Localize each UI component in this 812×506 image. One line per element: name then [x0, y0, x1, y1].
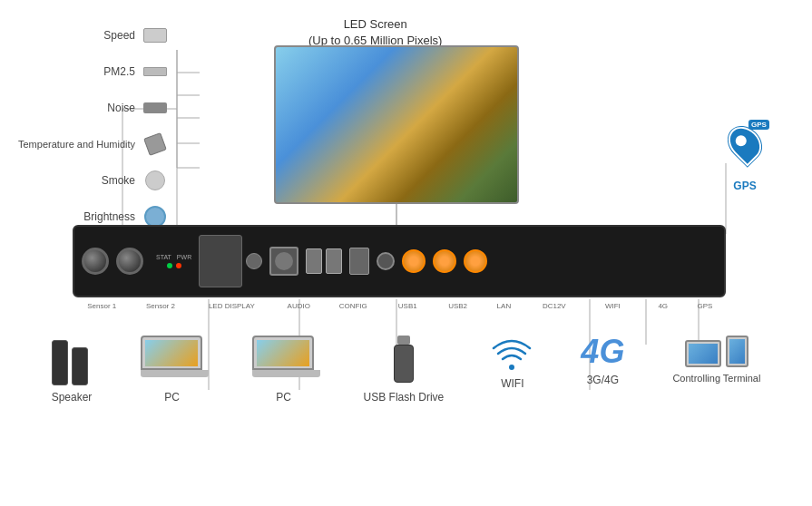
- pc1-label: PC: [164, 391, 180, 404]
- pc1-item: PC: [141, 336, 204, 404]
- main-device: STATPWR: [73, 225, 726, 297]
- smoke-label: Smoke: [102, 174, 135, 187]
- lan-port: [349, 248, 369, 275]
- gps-indicator: GPS GPS: [732, 127, 758, 192]
- sensor-pm25: PM2.5: [18, 63, 168, 80]
- port-label-usb1: USB1: [383, 302, 433, 310]
- led-screen-label: LED Screen (Up to 0.65 Million Pixels): [308, 16, 442, 49]
- pm25-icon: [142, 63, 168, 80]
- status-light-pwr: [176, 263, 181, 268]
- port-label-4g: 4G: [642, 302, 684, 310]
- terminal-icon: [685, 336, 748, 367]
- sensor-section: Speed PM2.5 Noise Temperature and Humidi…: [18, 27, 168, 225]
- speaker-item: Speaker: [52, 336, 93, 404]
- wifi-port: [402, 249, 426, 273]
- port-label-sensor1: Sensor 1: [73, 302, 132, 310]
- speed-label: Speed: [103, 29, 135, 42]
- port-label-lan: LAN: [483, 302, 524, 310]
- wifi-item: WIFI: [492, 336, 533, 390]
- main-diagram: LED Screen (Up to 0.65 Million Pixels) S…: [0, 0, 812, 506]
- knob-right: [116, 248, 143, 275]
- laptop1-base: [141, 370, 209, 377]
- temp-label: Temperature and Humidity: [18, 139, 135, 150]
- terminal-label: Controlling Terminal: [672, 373, 760, 384]
- pc2-label: PC: [276, 391, 291, 404]
- dc12v-port: [377, 252, 395, 270]
- usb2-port: [326, 248, 342, 274]
- usb-body: [394, 345, 414, 383]
- smoke-icon: [142, 172, 168, 189]
- usb-label: USB Flash Drive: [364, 391, 445, 404]
- speaker-right: [72, 347, 88, 385]
- speaker-left: [52, 340, 68, 385]
- svg-point-18: [509, 365, 514, 370]
- brightness-label: Brightness: [83, 210, 135, 223]
- led-display-port: [199, 235, 242, 287]
- 4g-item: 4G 3G/4G: [581, 336, 624, 386]
- sensor-speed: Speed: [18, 27, 168, 44]
- usb-drive-icon: [386, 336, 422, 385]
- noise-icon: [142, 100, 168, 116]
- port-label-wifi: WIFI: [583, 302, 642, 310]
- gps-badge: GPS: [748, 120, 769, 130]
- wifi-label: WIFI: [501, 377, 523, 390]
- port-label-audio: AUDIO: [274, 302, 324, 310]
- laptop2-base: [252, 370, 320, 377]
- audio-port: [246, 253, 262, 269]
- sensor-brightness: Brightness: [18, 209, 168, 225]
- port-labels: Sensor 1 Sensor 2 LED DISPLAY AUDIO CONF…: [73, 302, 726, 310]
- port-label-usb2: USB2: [433, 302, 483, 310]
- sensor-temp: Temperature and Humidity: [18, 136, 168, 152]
- speaker-label: Speaker: [52, 391, 93, 404]
- bottom-row: Speaker PC PC USB Flash Drive: [0, 336, 812, 404]
- port-label-led: LED DISPLAY: [190, 302, 273, 310]
- 4g-port: [433, 249, 456, 273]
- port-label-gps: GPS: [684, 302, 726, 310]
- gps-port: [464, 249, 487, 273]
- pc1-icon: [141, 336, 204, 385]
- sensor-noise: Noise: [18, 100, 168, 116]
- laptop1-lid: [141, 336, 202, 370]
- tablet-icon: [726, 336, 748, 367]
- speaker-icon: [52, 336, 93, 385]
- terminal-item: Controlling Terminal: [672, 336, 760, 384]
- pc2-icon: [252, 336, 316, 385]
- usb1-port: [306, 248, 322, 274]
- 4g-label: 3G/4G: [587, 374, 619, 386]
- 4g-icon: 4G: [581, 336, 624, 368]
- config-port: [269, 247, 298, 276]
- temp-icon: [142, 136, 168, 152]
- sensor-smoke: Smoke: [18, 172, 168, 189]
- speed-icon: [142, 27, 168, 44]
- noise-label: Noise: [107, 102, 135, 114]
- led-screen: [274, 45, 519, 204]
- usb-connector: [397, 336, 410, 345]
- pc2-item: PC: [252, 336, 316, 404]
- monitor-icon: [685, 340, 721, 367]
- wifi-icon: [492, 336, 533, 372]
- brightness-icon: [142, 209, 168, 225]
- gps-label: GPS: [732, 180, 758, 192]
- status-light-stat: [167, 263, 172, 268]
- laptop2-lid: [252, 336, 314, 370]
- port-label-dc12v: DC12V: [524, 302, 583, 310]
- pm25-label: PM2.5: [103, 65, 135, 78]
- knob-left: [82, 248, 109, 275]
- port-label-sensor2: Sensor 2: [132, 302, 191, 310]
- usb-item: USB Flash Drive: [364, 336, 445, 404]
- port-label-config: CONFIG: [324, 302, 383, 310]
